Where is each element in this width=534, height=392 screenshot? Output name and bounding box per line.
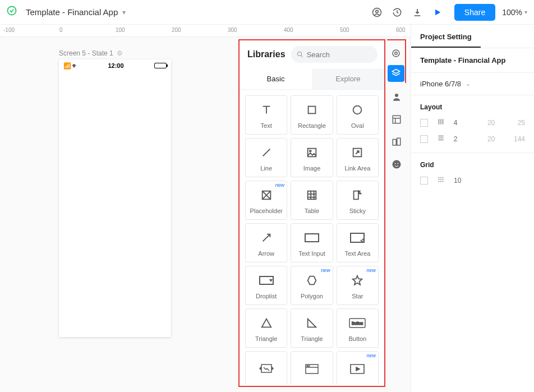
phone-time: 12:00 bbox=[108, 62, 123, 69]
library-item-text-input[interactable]: Text Input bbox=[291, 223, 333, 262]
library-search[interactable] bbox=[291, 46, 378, 63]
history-icon[interactable] bbox=[389, 4, 405, 20]
screen-label[interactable]: Screen 5 - State 1 ⚙ bbox=[59, 49, 123, 57]
tab-explore[interactable]: Explore bbox=[312, 68, 384, 89]
layout-row-columns[interactable]: 4 20 25 bbox=[411, 114, 534, 131]
library-item-placeholder[interactable]: newPlaceholder bbox=[245, 181, 287, 220]
svg-point-31 bbox=[440, 177, 441, 178]
svg-point-27 bbox=[393, 160, 401, 169]
zoom-value: 100% bbox=[502, 8, 522, 17]
signal-icon: 📶 ᯤ bbox=[63, 62, 77, 70]
text area-icon bbox=[350, 229, 365, 247]
project-setting-tab[interactable]: Project Setting bbox=[411, 25, 481, 48]
library-item-label: Button bbox=[348, 335, 366, 342]
rectangle-icon bbox=[306, 101, 318, 119]
account-icon[interactable] bbox=[369, 4, 385, 20]
phone-frame[interactable]: 📶 ᯤ 12:00 bbox=[59, 59, 171, 337]
new-badge: new bbox=[366, 353, 376, 358]
screen-settings-icon[interactable]: ⚙ bbox=[117, 49, 123, 57]
library-item-label: Triangle bbox=[301, 335, 323, 342]
svg-point-19 bbox=[309, 366, 310, 367]
target-icon[interactable] bbox=[388, 45, 404, 62]
svg-point-23 bbox=[395, 94, 398, 97]
svg-rect-11 bbox=[305, 234, 319, 242]
layout-icon[interactable] bbox=[388, 111, 405, 128]
library-item-image[interactable]: Image bbox=[291, 138, 333, 177]
library-item-arrow[interactable]: Arrow bbox=[245, 223, 287, 262]
libraries-title: Libraries bbox=[247, 49, 286, 59]
phone-status-bar: 📶 ᯤ 12:00 bbox=[59, 59, 171, 72]
library-item-text-area[interactable]: Text Area bbox=[337, 223, 379, 262]
svg-point-7 bbox=[310, 150, 311, 152]
checkbox[interactable] bbox=[420, 177, 428, 185]
project-dropdown-icon[interactable]: ▾ bbox=[122, 8, 126, 16]
library-item-droplist[interactable]: Droplist bbox=[245, 266, 287, 305]
text-icon bbox=[260, 101, 273, 119]
library-item-label: Text Input bbox=[298, 250, 325, 257]
image-icon bbox=[306, 144, 318, 162]
zoom-dropdown-icon[interactable]: ▾ bbox=[524, 9, 527, 15]
library-item-label: Star bbox=[352, 293, 363, 299]
user-icon[interactable] bbox=[388, 89, 405, 105]
svg-rect-6 bbox=[308, 149, 316, 157]
library-item-label: Placeholder bbox=[250, 207, 283, 214]
library-item-label: Droplist bbox=[256, 293, 277, 299]
columns-icon bbox=[436, 118, 446, 127]
share-button[interactable]: Share bbox=[454, 4, 495, 21]
library-item-oval[interactable]: Oval bbox=[337, 95, 379, 135]
tab-basic[interactable]: Basic bbox=[240, 68, 312, 89]
battery-icon bbox=[154, 63, 167, 68]
download-icon[interactable] bbox=[409, 4, 425, 20]
arrow-icon bbox=[260, 229, 273, 247]
library-item-triangle[interactable]: Triangle bbox=[245, 308, 287, 348]
library-item-video[interactable]: new bbox=[337, 351, 379, 384]
library-item-table[interactable]: Table bbox=[291, 181, 333, 220]
library-item-carousel[interactable] bbox=[245, 351, 287, 384]
smiley-icon[interactable] bbox=[388, 156, 405, 173]
svg-point-38 bbox=[443, 181, 444, 182]
library-item-label: Polygon bbox=[301, 293, 323, 299]
zoom-level[interactable]: 100% ▾ bbox=[502, 8, 527, 17]
svg-rect-4 bbox=[309, 107, 316, 114]
library-item-link-area[interactable]: Link Area bbox=[337, 138, 379, 177]
layout-row-rows[interactable]: 2 20 144 bbox=[411, 131, 534, 147]
new-badge: new bbox=[366, 268, 376, 273]
assets-icon[interactable] bbox=[388, 133, 405, 150]
svg-rect-10 bbox=[308, 191, 316, 200]
play-icon[interactable] bbox=[430, 4, 445, 20]
svg-point-5 bbox=[353, 106, 362, 114]
svg-rect-26 bbox=[397, 138, 400, 145]
project-name[interactable]: Template - Financial App bbox=[26, 7, 118, 17]
svg-point-3 bbox=[297, 52, 301, 56]
checkbox[interactable] bbox=[420, 119, 428, 127]
svg-point-30 bbox=[439, 177, 440, 178]
new-badge: new bbox=[275, 182, 285, 188]
svg-point-32 bbox=[443, 177, 444, 178]
svg-point-2 bbox=[376, 10, 379, 13]
droplist-icon bbox=[259, 271, 274, 289]
device-selector[interactable]: iPhone 6/7/8 ⌄ bbox=[411, 73, 534, 95]
library-item-line[interactable]: Line bbox=[245, 138, 287, 177]
line-icon bbox=[260, 144, 273, 162]
polygon-icon bbox=[306, 271, 318, 289]
library-item-star[interactable]: newStar bbox=[337, 266, 379, 305]
search-input[interactable] bbox=[307, 50, 372, 59]
checkbox[interactable] bbox=[420, 135, 428, 143]
library-item-window[interactable] bbox=[291, 351, 333, 384]
library-grid: TextRectangleOvalLineImageLink AreanewPl… bbox=[240, 90, 384, 384]
svg-point-33 bbox=[439, 179, 440, 180]
library-item-text[interactable]: Text bbox=[245, 95, 287, 135]
grid-row[interactable]: 10 bbox=[411, 172, 534, 188]
library-item-rectangle[interactable]: Rectangle bbox=[291, 95, 333, 135]
placeholder-icon bbox=[260, 186, 273, 204]
svg-point-21 bbox=[393, 50, 399, 57]
svg-point-34 bbox=[440, 179, 441, 180]
library-item-polygon[interactable]: newPolygon bbox=[291, 266, 333, 305]
library-item-triangle[interactable]: Triangle bbox=[291, 308, 333, 348]
library-item-sticky[interactable]: Sticky bbox=[337, 181, 379, 220]
properties-panel: Project Setting Template - Financial App… bbox=[411, 25, 534, 392]
project-title: Template - Financial App bbox=[411, 48, 534, 73]
components-icon[interactable] bbox=[388, 65, 404, 82]
library-item-button[interactable]: ButtonButton bbox=[337, 308, 379, 348]
svg-point-18 bbox=[307, 366, 308, 367]
